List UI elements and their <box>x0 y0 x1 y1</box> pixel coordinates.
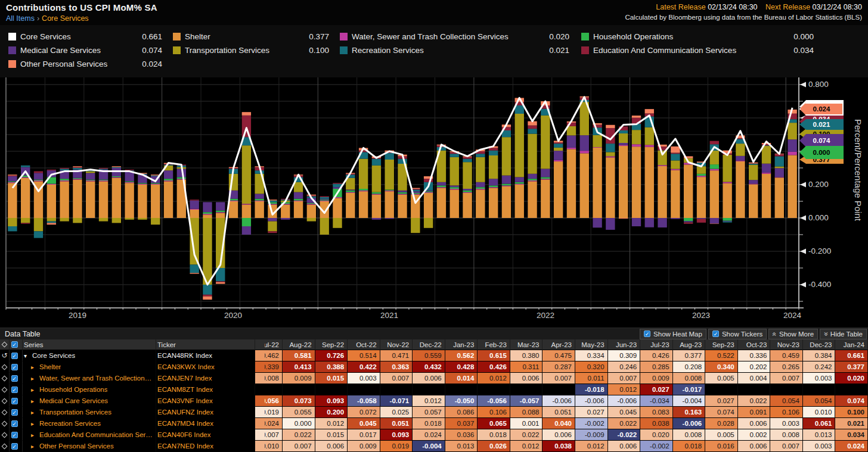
row-select-checkbox[interactable]: ✓ <box>11 364 18 370</box>
legend-swatch <box>173 33 181 40</box>
heat-cell: 0.018 <box>413 418 445 429</box>
heat-cell: 0.428 <box>445 361 478 373</box>
heat-cell: 0.034 <box>835 429 868 441</box>
checkbox-icon[interactable]: ✓ <box>712 331 719 337</box>
legend-item-other-personal-services[interactable]: Other Personal Services0.024 <box>8 57 162 71</box>
row-select-checkbox[interactable]: ✓ <box>11 432 18 438</box>
expand-icon[interactable]: ▸ <box>31 398 37 404</box>
compass-icon[interactable] <box>2 409 8 415</box>
header-left: Contributions to US CPI MoM% SA All Item… <box>6 2 157 25</box>
breadcrumb-all-items[interactable]: All Items <box>6 14 35 23</box>
heat-cell: 0.202 <box>738 361 771 373</box>
legend-item-core-services[interactable]: Core Services0.661 <box>8 30 162 43</box>
source-note: Calculated by Bloomberg using data from … <box>625 13 862 23</box>
heat-cell: 0.086 <box>445 407 478 418</box>
heat-cell: 0.007 <box>542 373 575 384</box>
table-row-medical-care-services: ✓▸Medical Care ServicesECAN3VNF Index0.0… <box>0 395 868 407</box>
x-axis-year-label: 2023 <box>692 311 710 320</box>
compass-icon[interactable] <box>2 386 8 392</box>
heat-cell: -0.017 <box>673 384 706 395</box>
legend-item-household-operations[interactable]: Household Operations0.000 <box>581 30 814 43</box>
expand-icon[interactable]: ▸ <box>31 443 37 450</box>
legend-item-transportation-services[interactable]: Transportation Services0.100 <box>173 43 329 57</box>
legend-item-medical-care-services[interactable]: Medical Care Services0.074 <box>8 43 162 57</box>
series-name[interactable]: Transportation Services <box>39 409 111 416</box>
table-row-transportation-services: ✓▸Transportation ServicesECANUFNZ Index0… <box>0 407 868 418</box>
heat-cell: 0.019 <box>255 407 283 418</box>
series-name[interactable]: Medical Care Services <box>39 397 108 404</box>
expand-icon[interactable]: ▸ <box>31 432 37 438</box>
series-name[interactable]: Core Services <box>32 352 75 359</box>
heat-cell: 0.377 <box>673 350 706 361</box>
heat-cell: 0.015 <box>315 429 348 441</box>
legend-item-shelter[interactable]: Shelter0.377 <box>173 30 329 43</box>
expand-icon[interactable]: ▸ <box>31 409 37 416</box>
expand-icon[interactable]: ▸ <box>31 420 37 427</box>
heat-cell: 0.003 <box>803 441 836 452</box>
row-select-checkbox[interactable]: ✓ <box>11 398 18 404</box>
heat-cell: 0.022 <box>510 429 543 441</box>
series-name[interactable]: Education And Communication Services <box>39 431 153 438</box>
heat-cell: 0.311 <box>510 361 543 373</box>
series-name[interactable]: Household Operations <box>39 386 107 393</box>
ticker: ECAN7NED Index <box>156 441 255 452</box>
legend-item-education-and-communication-services[interactable]: Education And Communication Services0.03… <box>581 43 814 57</box>
heat-cell: 0.363 <box>380 361 413 373</box>
series-name[interactable]: Other Personal Services <box>39 442 114 450</box>
compass-icon[interactable] <box>2 443 8 449</box>
legend-series-name: Household Operations <box>593 32 786 41</box>
legend-item-water-sewer-and-trash-collection-services[interactable]: Water, Sewer and Trash Collection Servic… <box>340 30 569 43</box>
row-select-checkbox[interactable]: ✓ <box>11 375 18 382</box>
checkbox-icon[interactable]: ✓ <box>644 331 650 337</box>
legend-item-recreation-services[interactable]: Recreation Services0.021 <box>340 43 569 57</box>
heat-cell: 0.384 <box>803 350 836 361</box>
ticker: ECAN7MD4 Index <box>156 418 255 429</box>
compass-icon[interactable] <box>2 432 8 438</box>
heat-cell: -0.006 <box>673 418 706 429</box>
ticker: ECAN3VNF Index <box>156 395 255 407</box>
heat-cell: -0.071 <box>380 395 413 407</box>
heat-cell: 0.661 <box>835 350 868 361</box>
row-select-checkbox[interactable]: ✓ <box>11 443 18 450</box>
expand-icon[interactable]: ▸ <box>31 386 37 393</box>
legend-series-name: Shelter <box>185 32 302 41</box>
heat-cell: 0.037 <box>445 418 478 429</box>
compass-icon[interactable] <box>2 398 8 404</box>
row-select-checkbox[interactable]: ✓ <box>11 386 18 393</box>
x-axis-year-label: 2022 <box>537 311 554 320</box>
header-select-checkbox[interactable]: ✓ <box>10 339 23 350</box>
heat-cell: 0.012 <box>478 373 510 384</box>
row-select-checkbox[interactable]: ✓ <box>11 420 18 427</box>
heat-cell <box>255 384 283 395</box>
undo-icon[interactable]: ↺ <box>1 352 7 359</box>
series-name[interactable]: Water, Sewer and Trash Collection Servic… <box>39 375 153 382</box>
heat-cell: 0.726 <box>315 350 348 361</box>
next-release-value: 03/12/24 08:30 <box>813 3 862 11</box>
latest-release-value: 02/13/24 08:30 <box>708 3 757 11</box>
compass-icon[interactable] <box>2 375 8 381</box>
col-header-nov-22: Nov-22 <box>380 339 413 350</box>
control-show-tickers[interactable]: ✓Show Tickers <box>708 329 767 339</box>
heat-cell: -0.002 <box>575 418 608 429</box>
heat-cell: 0.007 <box>255 429 283 441</box>
heat-cell: 0.024 <box>413 429 445 441</box>
control-show-more[interactable]: «Show More <box>768 329 818 339</box>
row-select-checkbox[interactable]: ✓ <box>11 353 18 359</box>
legend-series-value: 0.661 <box>135 32 162 41</box>
compass-icon[interactable] <box>2 420 8 426</box>
compass-icon[interactable] <box>2 364 8 370</box>
control-show-heat-map[interactable]: ✓Show Heat Map <box>640 329 706 339</box>
heat-cell <box>705 384 738 395</box>
table-row-education-and-communication-services: ✓▸Education And Communication ServicesEC… <box>0 429 868 441</box>
expand-collapse-icon[interactable]: ▾ <box>24 353 30 359</box>
legend-swatch <box>340 33 348 40</box>
row-select-checkbox[interactable]: ✓ <box>11 409 18 416</box>
control-hide-table[interactable]: «Hide Table <box>820 329 867 339</box>
expand-icon[interactable]: ▸ <box>31 364 37 370</box>
series-name[interactable]: Shelter <box>39 363 61 370</box>
y-axis-tick-label: 0.800 <box>808 80 829 89</box>
expand-icon[interactable]: ▸ <box>31 375 37 382</box>
series-name[interactable]: Recreation Services <box>39 420 101 427</box>
heat-cell: 0.208 <box>673 361 706 373</box>
heat-cell: 0.007 <box>283 441 315 452</box>
